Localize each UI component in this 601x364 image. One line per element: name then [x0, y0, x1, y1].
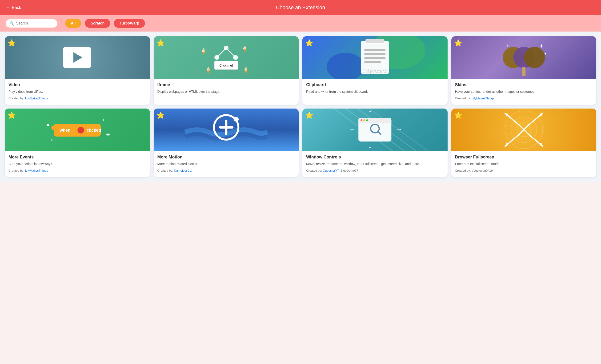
filter-turbowarp-button[interactable]: TurboWarp [114, 19, 145, 28]
browser-fullscreen-card-body: Browser Fullscreen Enter and exit fullsc… [451, 151, 597, 177]
more-motion-card-desc: More motion-related blocks. [157, 162, 295, 166]
clipboard-illustration: Clipboard [302, 36, 448, 79]
more-motion-illustration [154, 109, 299, 151]
more-motion-card-image: ⭐ [154, 109, 299, 151]
window-controls-author-link[interactable]: CubesterYT [323, 169, 339, 172]
svg-point-49 [363, 119, 365, 121]
skins-author-link[interactable]: LilyMakesThings [471, 97, 494, 100]
svg-text:✦: ✦ [102, 118, 105, 122]
iframe-card-body: Iframe Display webpages or HTML over the… [154, 79, 299, 101]
window-controls-illustration: ↑ ↓ ← → [302, 109, 448, 151]
svg-text:✦: ✦ [506, 44, 509, 48]
svg-point-40 [234, 117, 239, 122]
extensions-grid: ⭐ Video Play videos from URLs. Created b… [0, 31, 601, 182]
svg-point-24 [524, 47, 545, 68]
svg-rect-18 [364, 53, 385, 55]
svg-text:✦: ✦ [539, 43, 544, 49]
svg-point-13 [327, 53, 364, 79]
video-card-title: Video [9, 82, 146, 87]
back-arrow-icon: ← [6, 5, 10, 10]
svg-text:Clipboard: Clipboard [363, 68, 387, 74]
star-icon: ⭐ [454, 111, 462, 119]
page-title: Choose an Extension [276, 4, 325, 10]
extension-card-more-motion[interactable]: ⭐ More Motion More motion-related blocks… [154, 109, 299, 177]
svg-text:🍦: 🍦 [243, 67, 249, 73]
skins-illustration: ✦ ✦ ✦ [451, 36, 597, 79]
svg-point-31 [77, 127, 84, 133]
svg-text:✦: ✦ [45, 122, 50, 129]
extension-card-video[interactable]: ⭐ Video Play videos from URLs. Created b… [5, 36, 150, 105]
video-icon-wrapper [63, 47, 91, 68]
page-header: ← Back Choose an Extension [0, 0, 601, 15]
svg-text:Click me!: Click me! [219, 64, 233, 67]
svg-text:🍦: 🍦 [200, 48, 207, 54]
skins-card-body: Skins Have your sprites render as other … [451, 79, 597, 105]
browser-fullscreen-card-desc: Enter and exit fullscreen mode. [455, 162, 593, 166]
clipboard-card-image: ⭐ Clipboard [302, 36, 448, 79]
filter-all-button[interactable]: All [65, 19, 81, 28]
svg-line-4 [226, 48, 236, 57]
star-icon: ⭐ [8, 111, 16, 119]
clipboard-card-body: Clipboard Read and write from the system… [302, 79, 448, 101]
window-controls-card-desc: Move, resize, rename the window, enter f… [306, 162, 444, 166]
iframe-illustration: Click me! 🍦 🍦 🍦 🍦 [198, 39, 254, 76]
svg-text:←: ← [349, 126, 356, 133]
more-events-illustration: when clicked ✦ ✦ ✦ ✦ [5, 109, 150, 151]
svg-text:→: → [396, 126, 402, 133]
skins-card-title: Skins [455, 82, 593, 87]
star-icon: ⭐ [157, 39, 165, 47]
filter-scratch-button[interactable]: Scratch [85, 19, 110, 28]
window-controls-card-author: Created by: CubesterYT, BlueDome77 [306, 169, 444, 172]
skins-card-author: Created by: LilyMakesThings [455, 97, 593, 100]
svg-text:🍦: 🍦 [205, 67, 211, 73]
svg-text:✦: ✦ [105, 131, 110, 138]
window-controls-card-title: Window Controls [306, 155, 444, 160]
svg-point-50 [366, 119, 368, 121]
iframe-card-desc: Display webpages or HTML over the stage. [157, 89, 295, 94]
svg-rect-16 [365, 39, 384, 43]
search-box: 🔍 [6, 19, 57, 28]
extension-card-clipboard[interactable]: ⭐ Clipboard Clipboard Read and write fr [302, 36, 448, 105]
video-author-link[interactable]: LilyMakesThings [25, 97, 48, 100]
svg-rect-19 [364, 57, 385, 59]
video-card-desc: Play videos from URLs. [9, 89, 146, 94]
more-events-card-title: More Events [9, 155, 146, 160]
clipboard-card-desc: Read and write from the system clipboard… [306, 89, 444, 94]
extension-card-window-controls[interactable]: ⭐ ↑ ↓ ← [302, 109, 448, 177]
more-motion-card-body: More Motion More motion-related blocks. … [154, 151, 299, 177]
extension-card-browser-fullscreen[interactable]: ⭐ [451, 109, 597, 177]
browser-fullscreen-card-image: ⭐ [451, 109, 597, 151]
video-card-author: Created by: LilyMakesThings [9, 97, 146, 100]
back-label: Back [12, 5, 21, 10]
more-events-card-body: More Events Start your scripts in new wa… [5, 151, 150, 177]
search-input[interactable] [16, 21, 54, 25]
play-icon [73, 52, 82, 63]
extension-card-more-events[interactable]: ⭐ when clicked ✦ ✦ ✦ ✦ More Events [5, 109, 150, 177]
browser-fullscreen-author: Veggiecan0419 [471, 169, 493, 172]
svg-text:↑: ↑ [369, 109, 372, 116]
svg-text:✦: ✦ [544, 52, 547, 56]
more-motion-card-title: More Motion [157, 155, 295, 160]
back-button[interactable]: ← Back [6, 5, 21, 10]
video-card-body: Video Play videos from URLs. Created by:… [5, 79, 150, 105]
extension-card-skins[interactable]: ⭐ ✦ ✦ ✦ Skins Have your sprites render a… [451, 36, 597, 105]
svg-rect-47 [358, 121, 391, 123]
extension-card-iframe[interactable]: ⭐ Click me! 🍦 🍦 🍦 🍦 Iframe [154, 36, 299, 105]
svg-line-3 [217, 48, 226, 57]
browser-fullscreen-illustration [451, 109, 597, 151]
more-motion-author-link[interactable]: NamelessCat [174, 169, 192, 172]
star-icon: ⭐ [454, 39, 462, 47]
svg-rect-25 [522, 67, 525, 76]
video-card-image: ⭐ [5, 36, 150, 79]
more-events-author-link[interactable]: LilyMakesThings [25, 169, 48, 172]
svg-point-48 [361, 119, 362, 121]
browser-fullscreen-card-author: Created by: Veggiecan0419 [455, 169, 593, 172]
filter-divider [61, 19, 61, 28]
iframe-card-image: ⭐ Click me! 🍦 🍦 🍦 🍦 [154, 36, 299, 79]
search-icon: 🔍 [10, 21, 14, 26]
star-icon: ⭐ [8, 39, 16, 47]
browser-fullscreen-card-title: Browser Fullscreen [455, 155, 593, 160]
svg-rect-20 [364, 61, 381, 63]
window-controls-card-body: Window Controls Move, resize, rename the… [302, 151, 448, 177]
svg-text:✦: ✦ [50, 138, 54, 142]
